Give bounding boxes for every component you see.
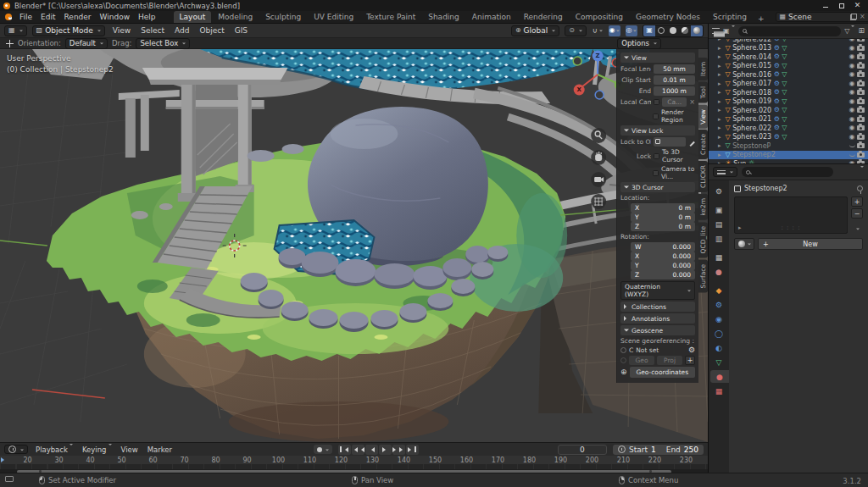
outliner-row[interactable]: ▸▽Sphere.016⚙▽◉ <box>709 70 868 80</box>
geo-coordinates-button[interactable]: Geo-coordinates <box>630 367 695 378</box>
clip-end-field[interactable]: 1000 m <box>654 86 695 96</box>
show-gizmo-toggle[interactable]: ▣ <box>643 25 655 36</box>
workspace-tab[interactable]: Compositing <box>570 11 629 23</box>
tab-material[interactable]: ● <box>710 370 729 383</box>
menu-item[interactable]: Render <box>60 12 96 22</box>
hide-viewport-toggle[interactable]: ◉ <box>849 39 855 42</box>
cursor-loc-x[interactable]: X0 m <box>631 203 695 213</box>
focal-length-field[interactable]: 50 mm <box>654 64 695 74</box>
transform-orientation-selector[interactable]: ⊕Global <box>511 25 559 36</box>
tab-object[interactable]: ◆ <box>709 284 729 296</box>
blender-menu-icon[interactable] <box>5 14 12 20</box>
disable-render-toggle[interactable] <box>857 152 865 158</box>
snapping-settings[interactable]: ◉ <box>609 25 620 36</box>
play-reverse-button[interactable] <box>365 445 378 455</box>
slot-specials-menu[interactable] <box>851 224 863 234</box>
disable-render-toggle[interactable] <box>857 72 865 77</box>
view-lock-section-header[interactable]: View Lock <box>620 125 695 136</box>
viewport-3d[interactable]: Z Y X <box>0 49 708 442</box>
n-tab-surface[interactable]: Surface <box>698 260 708 293</box>
auto-keying-toggle[interactable] <box>314 445 332 454</box>
start-frame-field[interactable]: 1 <box>651 445 656 454</box>
n-tab-clickr[interactable]: CLICKR <box>698 161 708 192</box>
outliner-row[interactable]: ▸☀Sun☼◉ <box>709 159 868 163</box>
view-section-header[interactable]: View <box>620 53 695 63</box>
hide-viewport-toggle[interactable]: ◉ <box>849 45 855 52</box>
browse-material-button[interactable] <box>734 238 754 250</box>
keying-menu[interactable]: Keying <box>81 445 114 454</box>
remove-slot-button[interactable]: − <box>851 208 863 219</box>
outliner-search-input[interactable] <box>738 26 842 36</box>
hide-viewport-toggle[interactable]: ◉ <box>849 107 855 113</box>
viewport-menu-item[interactable]: Select <box>138 25 167 36</box>
disable-render-toggle[interactable] <box>857 125 865 130</box>
hide-viewport-toggle[interactable]: ◉ <box>849 134 855 141</box>
hide-viewport-toggle[interactable]: ◉ <box>849 125 855 131</box>
tab-modifiers[interactable]: ⚙ <box>709 298 729 311</box>
resize-grip[interactable]: : : : : <box>781 224 800 231</box>
outliner-row[interactable]: ▸▽Sphere.021⚙▽◉ <box>709 115 868 125</box>
geoscene-section-header[interactable]: Geoscene <box>620 325 695 335</box>
n-tab-item[interactable]: Item <box>698 58 708 80</box>
zoom-button[interactable] <box>591 128 606 143</box>
tab-object-data[interactable]: ▽ <box>709 356 729 368</box>
current-frame-field[interactable]: 0 <box>558 445 607 455</box>
properties-filter-dropdown[interactable] <box>859 168 864 176</box>
disable-render-toggle[interactable] <box>857 108 865 113</box>
camera-to-view-checkbox[interactable] <box>653 170 659 176</box>
workspace-tab[interactable]: Animation <box>466 11 517 23</box>
geo-button[interactable]: Geo <box>629 356 654 365</box>
n-tab-view[interactable]: View <box>698 105 708 129</box>
outliner-display-mode[interactable] <box>712 28 720 34</box>
cursor-section-header[interactable]: 3D Cursor <box>620 182 695 192</box>
tab-physics[interactable]: ◯ <box>709 327 729 340</box>
new-material-button[interactable]: + New <box>758 238 863 250</box>
outliner-row[interactable]: ▸▽StepstoneP <box>709 141 868 151</box>
workspace-tab[interactable]: Rendering <box>518 11 569 23</box>
shading-solid-button[interactable] <box>667 25 679 36</box>
menu-item[interactable]: Help <box>134 12 160 22</box>
workspace-tab[interactable]: Sculpting <box>259 11 307 23</box>
workspace-tab[interactable]: Geometry Nodes <box>630 11 706 23</box>
drag-dropdown[interactable]: Select Box <box>136 38 190 49</box>
disable-render-toggle[interactable] <box>857 81 865 86</box>
hidden-eye-icon[interactable] <box>849 153 855 157</box>
eyedropper-icon[interactable] <box>688 139 695 146</box>
outliner-row[interactable]: ▸▽Sphere.015⚙▽◉ <box>709 62 868 71</box>
cursor-loc-y[interactable]: Y0 m <box>631 213 695 222</box>
disable-render-toggle[interactable] <box>857 46 865 51</box>
viewport-menu-item[interactable]: Add <box>172 25 192 36</box>
outliner-row[interactable]: ▸▽Sphere.018⚙▽◉ <box>709 88 868 97</box>
outliner-row[interactable]: ▸▽Sphere.023⚙▽◉ <box>709 133 868 142</box>
new-collection-icon[interactable]: ⊞ <box>858 27 865 35</box>
render-region-checkbox[interactable] <box>653 113 659 119</box>
disable-render-toggle[interactable] <box>857 99 865 104</box>
scene-selector[interactable]: ▦ Scene × <box>776 12 868 22</box>
cursor-loc-z[interactable]: Z0 m <box>631 222 695 231</box>
menu-item[interactable]: Window <box>96 12 135 22</box>
mode-selector[interactable]: ▧Object Mode <box>32 25 105 36</box>
crs-radio-2[interactable] <box>620 357 626 363</box>
hide-viewport-toggle[interactable]: ◉ <box>849 160 855 163</box>
proportional-editing-toggle[interactable]: ◎ <box>626 25 637 36</box>
jump-to-start-button[interactable] <box>338 445 351 455</box>
hide-viewport-toggle[interactable]: ◉ <box>849 71 855 78</box>
cursor-rot-y[interactable]: Y0.000 <box>631 261 695 270</box>
crs-settings-gear-icon[interactable]: ⚙ <box>688 346 695 354</box>
workspace-tab[interactable]: Shading <box>422 11 465 23</box>
disable-render-toggle[interactable] <box>857 161 865 163</box>
tab-world[interactable]: ● <box>709 265 729 278</box>
play-button[interactable] <box>379 445 392 455</box>
disable-render-toggle[interactable] <box>857 143 865 148</box>
next-keyframe-button[interactable] <box>392 445 405 455</box>
close-button[interactable]: ✕ <box>850 1 865 10</box>
prev-keyframe-button[interactable] <box>352 445 364 455</box>
tab-render[interactable]: ▣ <box>709 203 729 216</box>
annotations-section-header[interactable]: Annotations <box>620 313 695 324</box>
hide-viewport-toggle[interactable]: ◉ <box>849 63 855 69</box>
shading-wireframe-button[interactable] <box>655 25 667 36</box>
tab-output[interactable]: ▤ <box>709 218 729 230</box>
properties-search-input[interactable] <box>742 167 833 177</box>
minimize-button[interactable] <box>818 1 832 10</box>
clip-start-field[interactable]: 0.01 m <box>654 75 695 85</box>
